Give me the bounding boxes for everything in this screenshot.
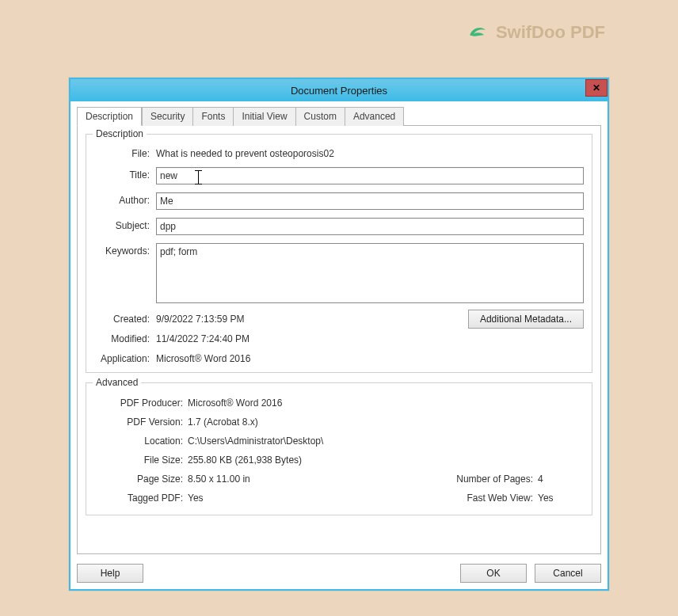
modified-label: Modified:	[94, 331, 156, 344]
keywords-input[interactable]	[156, 243, 584, 303]
created-label: Created:	[94, 311, 156, 325]
title-label: Title:	[94, 167, 156, 181]
title-input[interactable]	[156, 167, 584, 184]
tab-initial-view[interactable]: Initial View	[234, 107, 295, 126]
tab-panel-description: Description File: What is needed to prev…	[77, 125, 601, 554]
fast-web-label: Fast Web View:	[438, 492, 533, 504]
dialog-title: Document Properties	[291, 85, 387, 97]
keywords-label: Keywords:	[94, 243, 156, 257]
tab-security[interactable]: Security	[142, 107, 193, 126]
advanced-group: Advanced PDF Producer: Microsoft® Word 2…	[86, 382, 592, 515]
author-label: Author:	[94, 192, 156, 206]
file-size-value: 255.80 KB (261,938 Bytes)	[188, 454, 582, 466]
file-size-label: File Size:	[96, 454, 183, 466]
tab-description[interactable]: Description	[77, 107, 142, 126]
pdf-producer-label: PDF Producer:	[96, 397, 183, 409]
tab-advanced[interactable]: Advanced	[345, 107, 404, 126]
tab-custom[interactable]: Custom	[296, 107, 345, 126]
tab-fonts[interactable]: Fonts	[193, 107, 234, 126]
file-value: What is needed to prevent osteoporosis02	[156, 146, 584, 159]
cancel-button[interactable]: Cancel	[535, 564, 601, 583]
description-group: Description File: What is needed to prev…	[86, 134, 592, 373]
application-value: Microsoft® Word 2016	[156, 351, 584, 364]
pdf-version-label: PDF Version:	[96, 416, 183, 428]
help-button[interactable]: Help	[77, 564, 143, 583]
application-label: Application:	[94, 351, 156, 364]
swifdoo-watermark: SwifDoo PDF	[467, 22, 605, 43]
dialog-footer: Help OK Cancel	[77, 554, 601, 583]
num-pages-value: 4	[538, 473, 582, 485]
subject-input[interactable]	[156, 218, 584, 235]
watermark-text: SwifDoo PDF	[496, 22, 605, 43]
pdf-producer-value: Microsoft® Word 2016	[188, 397, 582, 409]
titlebar: Document Properties ✕	[70, 79, 608, 101]
subject-label: Subject:	[94, 218, 156, 231]
document-properties-dialog: Document Properties ✕ Description Securi…	[69, 78, 609, 591]
tagged-pdf-value: Yes	[188, 492, 433, 504]
pdf-version-value: 1.7 (Acrobat 8.x)	[188, 416, 582, 428]
location-label: Location:	[96, 435, 183, 447]
fast-web-value: Yes	[538, 492, 582, 504]
ok-button[interactable]: OK	[460, 564, 527, 583]
page-size-label: Page Size:	[96, 473, 183, 485]
page-size-value: 8.50 x 11.00 in	[188, 473, 433, 485]
num-pages-label: Number of Pages:	[438, 473, 533, 485]
file-label: File:	[94, 146, 156, 159]
author-input[interactable]	[156, 192, 584, 210]
close-icon: ✕	[592, 82, 600, 93]
swifdoo-logo-icon	[467, 22, 488, 43]
tagged-pdf-label: Tagged PDF:	[96, 492, 183, 504]
description-legend: Description	[93, 128, 147, 139]
advanced-legend: Advanced	[93, 377, 141, 388]
modified-value: 11/4/2022 7:24:40 PM	[156, 331, 584, 344]
tab-strip: Description Security Fonts Initial View …	[77, 106, 601, 125]
close-button[interactable]: ✕	[585, 79, 608, 97]
location-value: C:\Users\Administrator\Desktop\	[188, 435, 582, 447]
additional-metadata-button[interactable]: Additional Metadata...	[468, 310, 584, 329]
